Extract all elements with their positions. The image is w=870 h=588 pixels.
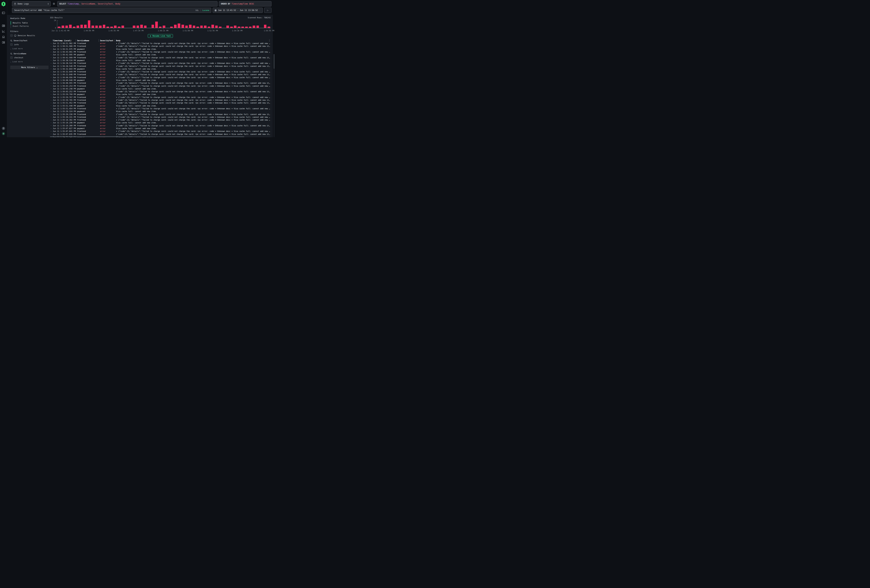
vertical-scrollbar-thumb[interactable]: [274, 54, 274, 69]
row-expand-chevron[interactable]: ›: [50, 54, 53, 56]
histogram-bar[interactable]: [178, 24, 180, 28]
histogram-bar[interactable]: [69, 25, 72, 28]
col-severitytext[interactable]: SeverityText: [100, 40, 116, 42]
histogram-bar[interactable]: [133, 25, 136, 28]
histogram-bar-slot[interactable]: [192, 20, 196, 28]
histogram-bar-slot[interactable]: [102, 20, 106, 28]
histogram-bar-slot[interactable]: [143, 20, 147, 28]
table-row[interactable]: › Jun 11 1:55:51.454 PM frontend error ×…: [50, 107, 271, 110]
table-row[interactable]: › Jun 11 1:56:43.001 PM frontend error ×…: [50, 51, 271, 53]
row-expand-chevron[interactable]: ›: [50, 48, 53, 50]
table-row[interactable]: › Jun 11 1:55:07.841 PM frontend error ×…: [50, 130, 271, 132]
histogram-bar-slot[interactable]: [83, 20, 87, 28]
search-input[interactable]: [14, 9, 194, 12]
histogram-bar[interactable]: [91, 25, 94, 28]
horizontal-scrollbar-thumb[interactable]: [50, 136, 244, 137]
col-servicename[interactable]: ServiceName: [77, 40, 100, 42]
histogram-bar[interactable]: [84, 25, 86, 28]
histogram-bar[interactable]: [121, 25, 124, 28]
user-avatar[interactable]: U: [2, 132, 5, 135]
load-more-servicename[interactable]: ⌄ Load more: [10, 61, 50, 63]
histogram-bar[interactable]: [58, 27, 60, 28]
row-expand-chevron[interactable]: ›: [50, 116, 53, 118]
column-resize-handle[interactable]: [98, 40, 99, 42]
row-expand-chevron[interactable]: ›: [50, 82, 53, 84]
source-select[interactable]: Demo Logs: [12, 1, 51, 6]
table-row[interactable]: › Jun 11 1:55:59.765 PM frontend error {…: [50, 99, 271, 101]
histogram-bar-slot[interactable]: [87, 20, 91, 28]
histogram-bar[interactable]: [118, 27, 121, 28]
source-settings-gear-icon[interactable]: ⚙: [52, 2, 56, 5]
more-filters-button[interactable]: More filters ⌄: [10, 65, 49, 69]
language-option-sql[interactable]: SQL: [195, 9, 199, 12]
histogram-bar-slot[interactable]: [106, 20, 110, 28]
histogram-bar[interactable]: [193, 25, 195, 28]
row-expand-chevron[interactable]: ›: [50, 99, 53, 101]
histogram-bar-slot[interactable]: [76, 20, 80, 28]
help-button[interactable]: ?: [2, 127, 5, 130]
histogram-bar-slot[interactable]: [259, 20, 264, 28]
row-expand-chevron[interactable]: ›: [50, 45, 53, 47]
histogram-bar[interactable]: [137, 25, 139, 28]
row-expand-chevron[interactable]: ›: [50, 59, 53, 61]
laptop-icon[interactable]: [2, 35, 5, 39]
table-row[interactable]: › Jun 11 1:56:32.843 PM payment error Vi…: [50, 67, 271, 70]
table-row[interactable]: › Jun 11 1:56:08.948 PM payment error Vi…: [50, 79, 271, 82]
histogram-bar[interactable]: [264, 25, 267, 28]
histogram-bar[interactable]: [212, 25, 214, 28]
row-expand-chevron[interactable]: ›: [50, 68, 53, 70]
histogram-bar[interactable]: [103, 25, 106, 28]
row-expand-chevron[interactable]: ›: [50, 122, 53, 124]
histogram-bar[interactable]: [66, 25, 68, 28]
row-expand-chevron[interactable]: ›: [50, 91, 53, 93]
histogram-bar-slot[interactable]: [136, 20, 140, 28]
histogram-bar-slot[interactable]: [185, 20, 188, 28]
histogram-bar-slot[interactable]: [95, 20, 98, 28]
table-row[interactable]: › Jun 11 1:55:59.767 PM frontend error ×…: [50, 96, 271, 99]
histogram-bar[interactable]: [73, 27, 76, 28]
histogram-bar[interactable]: [182, 25, 184, 28]
table-row[interactable]: › Jun 11 1:56:08.956 PM frontend error ×…: [50, 76, 271, 79]
histogram-bar-slot[interactable]: [200, 20, 203, 28]
histogram-bar-slot[interactable]: [267, 20, 271, 28]
table-row[interactable]: › Jun 11 1:55:51.452 PM frontend error {…: [50, 101, 271, 104]
histogram-bar[interactable]: [163, 25, 165, 28]
histogram-bar-slot[interactable]: [215, 20, 218, 28]
histogram-bar-slot[interactable]: [222, 20, 226, 28]
table-row[interactable]: › Jun 11 1:56:51.982 PM frontend error ×…: [50, 42, 271, 45]
histogram-bar-slot[interactable]: [181, 20, 185, 28]
histogram-bar-slot[interactable]: [65, 20, 69, 28]
histogram-bar-slot[interactable]: [158, 20, 162, 28]
checkout-checkbox[interactable]: [10, 57, 13, 59]
histogram-bar[interactable]: [77, 25, 79, 28]
table-row[interactable]: › Jun 11 1:55:39.330 PM frontend error {…: [50, 113, 271, 116]
info-label[interactable]: info: [14, 43, 19, 46]
table-row[interactable]: › Jun 11 1:56:32.848 PM frontend error {…: [50, 73, 271, 76]
table-row[interactable]: › Jun 11 1:56:03.254 PM frontend error ×…: [50, 84, 271, 87]
table-row[interactable]: › Jun 11 1:55:16.300 PM frontend error {…: [50, 124, 271, 127]
histogram-bar[interactable]: [159, 27, 162, 28]
histogram-bar[interactable]: [189, 25, 192, 28]
row-expand-chevron[interactable]: ›: [50, 71, 53, 73]
row-expand-chevron[interactable]: ›: [50, 93, 53, 95]
histogram-bar-slot[interactable]: [188, 20, 192, 28]
table-row[interactable]: › Jun 11 1:55:16.302 PM frontend error ×…: [50, 119, 271, 121]
event-feed-icon[interactable]: [2, 24, 5, 27]
order-by-bar[interactable]: ORDER BY TimestampTime DESC: [219, 1, 271, 6]
histogram-bar-slot[interactable]: [110, 20, 113, 28]
load-more-severitytext[interactable]: ⌄ Load more: [10, 48, 50, 50]
row-expand-chevron[interactable]: ›: [50, 88, 53, 90]
histogram-bar-slot[interactable]: [117, 20, 121, 28]
histogram-bar-slot[interactable]: [263, 20, 267, 28]
table-row[interactable]: › Jun 11 1:56:32.849 PM frontend error ×…: [50, 70, 271, 73]
table-row[interactable]: › Jun 11 1:56:38.540 PM frontend error {…: [50, 64, 271, 67]
table-row[interactable]: › Jun 11 1:55:39.324 PM payment error Vi…: [50, 110, 271, 113]
histogram-bar[interactable]: [155, 22, 158, 28]
line-chart-icon[interactable]: [2, 30, 5, 33]
search-bar[interactable]: SQL | Lucene: [12, 7, 211, 13]
histogram-bar[interactable]: [174, 25, 177, 28]
histogram-bar[interactable]: [234, 25, 237, 28]
histogram-bar-slot[interactable]: [113, 20, 117, 28]
histogram-bar-slot[interactable]: [162, 20, 166, 28]
histogram-bar-slot[interactable]: [121, 20, 125, 28]
